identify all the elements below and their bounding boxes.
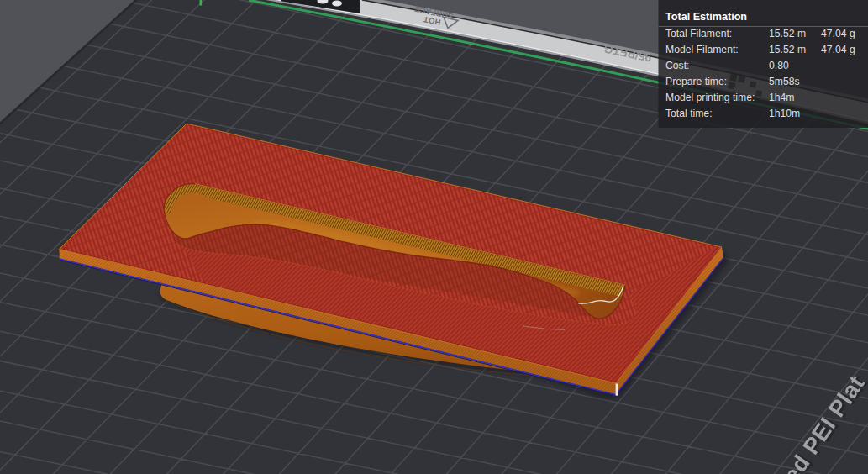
svg-text:1h10m: 1h10m — [769, 108, 800, 119]
svg-text:Cost:: Cost: — [665, 60, 689, 71]
svg-text:47.04 g: 47.04 g — [821, 28, 855, 40]
svg-text:1h4m: 1h4m — [769, 92, 795, 103]
svg-text:Model Filament:: Model Filament: — [665, 44, 739, 55]
svg-text:Total Filament:: Total Filament: — [665, 28, 732, 40]
svg-text:Prepare time:: Prepare time: — [665, 76, 727, 87]
svg-text:Total Estimation: Total Estimation — [665, 11, 747, 23]
svg-text:5m58s: 5m58s — [769, 76, 800, 87]
svg-text:Model printing time:: Model printing time: — [665, 92, 755, 103]
svg-text:15.52 m: 15.52 m — [769, 44, 806, 55]
svg-text:15.52 m: 15.52 m — [769, 28, 806, 40]
svg-text:47.04 g: 47.04 g — [821, 44, 855, 55]
svg-text:0.80: 0.80 — [769, 60, 789, 71]
svg-text:Total time:: Total time: — [665, 108, 713, 119]
